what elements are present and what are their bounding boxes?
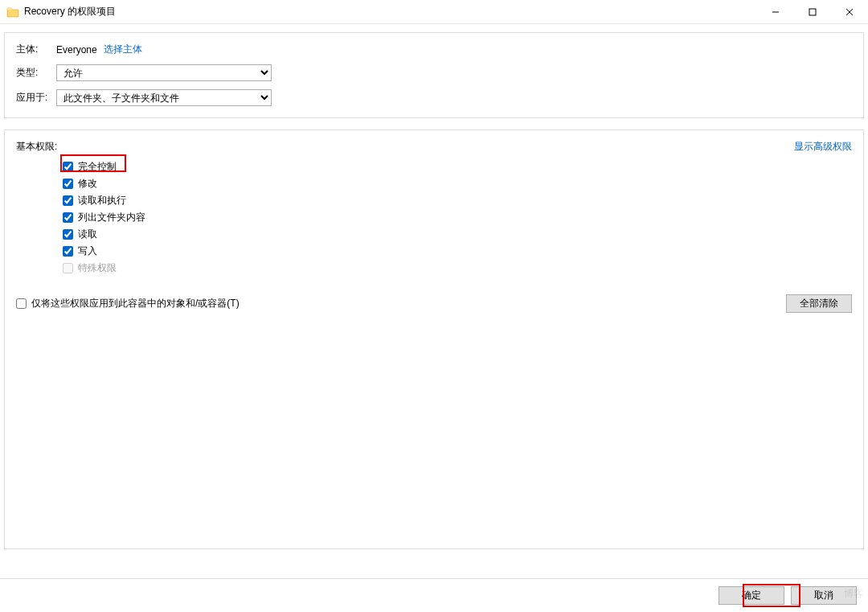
principal-name: Everyone <box>56 44 97 55</box>
folder-icon <box>6 6 19 18</box>
perm-label: 读取和执行 <box>78 194 126 207</box>
only-apply-input[interactable] <box>16 298 27 309</box>
perm-checkbox[interactable] <box>63 195 73 206</box>
ok-button[interactable]: 确定 <box>719 586 784 605</box>
perm-full-control[interactable]: 完全控制 <box>63 158 852 175</box>
principal-label: 主体: <box>16 43 56 56</box>
perm-read-execute[interactable]: 读取和执行 <box>63 192 852 209</box>
svg-rect-1 <box>809 9 816 15</box>
perm-label: 完全控制 <box>78 160 117 174</box>
type-select[interactable]: 允许 <box>56 64 272 81</box>
perm-checkbox <box>63 263 73 273</box>
close-button[interactable] <box>831 0 868 24</box>
applies-row: 应用于: 此文件夹、子文件夹和文件 <box>16 89 852 106</box>
applies-select[interactable]: 此文件夹、子文件夹和文件 <box>56 89 272 106</box>
perm-checkbox[interactable] <box>63 212 73 223</box>
perm-checkbox[interactable] <box>63 229 73 240</box>
principal-row: 主体: Everyone 选择主体 <box>16 43 852 56</box>
permissions-group: 基本权限: 显示高级权限 完全控制 修改 读取和执行 列出文件夹内容 <box>4 129 864 549</box>
dialog-footer: 确定 取消 <box>0 578 868 612</box>
select-principal-link[interactable]: 选择主体 <box>104 43 142 56</box>
window-title: Recovery 的权限项目 <box>24 5 757 18</box>
perm-label: 列出文件夹内容 <box>78 211 145 224</box>
minimize-button[interactable] <box>757 0 794 24</box>
type-row: 类型: 允许 <box>16 64 852 81</box>
only-apply-text: 仅将这些权限应用到此容器中的对象和/或容器(T) <box>31 297 240 310</box>
clear-all-button[interactable]: 全部清除 <box>786 294 852 313</box>
permissions-title: 基本权限: <box>16 140 57 154</box>
perm-checkbox[interactable] <box>63 162 73 172</box>
perm-checkbox[interactable] <box>63 246 73 257</box>
dialog-content: 主体: Everyone 选择主体 类型: 允许 应用于: 此文件夹、子文件夹和… <box>0 24 868 549</box>
perm-special: 特殊权限 <box>63 260 852 277</box>
perm-modify[interactable]: 修改 <box>63 175 852 192</box>
perm-list-folder[interactable]: 列出文件夹内容 <box>63 209 852 226</box>
perm-label: 写入 <box>78 244 97 258</box>
cancel-button[interactable]: 取消 <box>791 586 857 605</box>
permissions-header: 基本权限: 显示高级权限 <box>16 140 852 154</box>
show-advanced-link[interactable]: 显示高级权限 <box>794 140 852 154</box>
only-apply-checkbox[interactable]: 仅将这些权限应用到此容器中的对象和/或容器(T) <box>16 297 240 310</box>
perm-write[interactable]: 写入 <box>63 243 852 260</box>
only-apply-row: 仅将这些权限应用到此容器中的对象和/或容器(T) 全部清除 <box>16 294 852 313</box>
window-controls <box>757 0 868 23</box>
permissions-list: 完全控制 修改 读取和执行 列出文件夹内容 读取 写入 <box>63 158 852 277</box>
titlebar: Recovery 的权限项目 <box>0 0 868 24</box>
maximize-button[interactable] <box>794 0 831 24</box>
perm-label: 修改 <box>78 177 97 191</box>
perm-read[interactable]: 读取 <box>63 226 852 243</box>
type-label: 类型: <box>16 66 56 80</box>
perm-checkbox[interactable] <box>63 179 73 189</box>
perm-label: 读取 <box>78 228 97 241</box>
applies-label: 应用于: <box>16 91 56 105</box>
principal-group: 主体: Everyone 选择主体 类型: 允许 应用于: 此文件夹、子文件夹和… <box>4 32 864 118</box>
perm-label: 特殊权限 <box>78 261 117 275</box>
